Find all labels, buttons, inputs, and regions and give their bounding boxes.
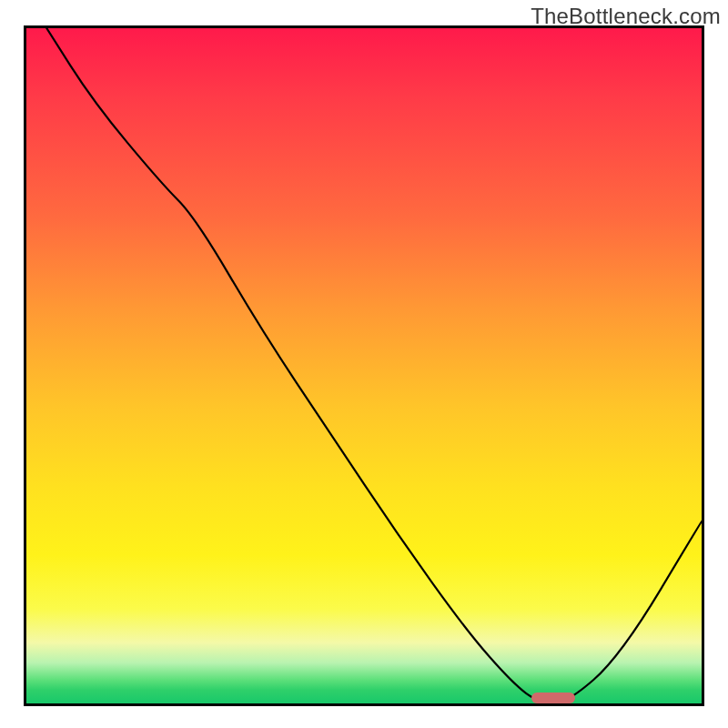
optimal-marker [531, 693, 575, 703]
plot-area [24, 25, 704, 706]
chart-container: TheBottleneck.com [0, 0, 728, 728]
bottleneck-curve-path [46, 28, 702, 703]
curve-svg [26, 28, 702, 703]
